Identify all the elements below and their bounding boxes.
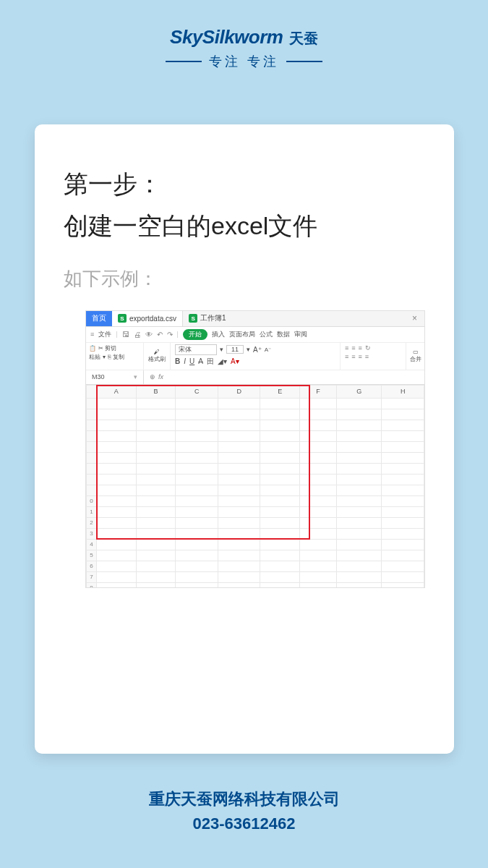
brand-line: SkySilkworm 天蚕 xyxy=(0,26,488,48)
font-size-select[interactable]: 11 xyxy=(226,345,244,354)
font-decrease-icon[interactable]: A⁻ xyxy=(265,346,271,353)
redo-icon[interactable]: ↷ xyxy=(167,331,173,339)
print-icon[interactable]: 🖨 xyxy=(134,331,141,339)
excel-screenshot: 首页 S exportdata.csv S 工作簿1 × ≡ 文件 | 🖫 🖨 … xyxy=(85,310,425,588)
ribbon-insert[interactable]: 插入 xyxy=(212,330,225,339)
fill-color-button[interactable]: ◢▾ xyxy=(218,357,227,365)
ribbon-start[interactable]: 开始 xyxy=(183,329,207,340)
file-tab-2[interactable]: S 工作簿1 xyxy=(183,311,232,326)
company-name: 重庆天蚕网络科技有限公司 xyxy=(0,788,488,810)
alignment-group: ≡ ≡ ≡ ↻ ≡ ≡ ≡ ≡ xyxy=(341,343,406,370)
col-header[interactable]: A xyxy=(97,385,137,398)
strikethrough-button[interactable]: A xyxy=(198,357,203,365)
font-increase-icon[interactable]: A⁺ xyxy=(253,346,262,354)
tagline-dash-right xyxy=(286,61,322,62)
page-footer: 重庆天蚕网络科技有限公司 023-63612462 xyxy=(0,788,488,833)
quick-access-toolbar: ≡ 文件 | 🖫 🖨 👁 ↶ ↷ | 开始 插入 页面布局 公式 数据 审阅 xyxy=(86,327,424,343)
underline-button[interactable]: U xyxy=(189,357,194,365)
italic-button[interactable]: I xyxy=(184,357,186,365)
cut-label[interactable]: ✂ 剪切 xyxy=(98,344,116,352)
ribbon-layout[interactable]: 页面布局 xyxy=(229,330,255,339)
col-header[interactable]: C xyxy=(176,385,218,398)
ribbon-review[interactable]: 审阅 xyxy=(294,330,307,339)
brand-chinese: 天蚕 xyxy=(289,30,318,46)
menu-icon[interactable]: ≡ xyxy=(90,331,94,338)
col-header[interactable]: F xyxy=(300,385,337,398)
col-header[interactable]: D xyxy=(218,385,260,398)
home-tab[interactable]: 首页 xyxy=(86,311,112,326)
align-top-icon[interactable]: ≡ xyxy=(345,344,348,352)
formula-bar: M30 ▾ ⊕ fx xyxy=(86,370,424,385)
example-label: 如下示例： xyxy=(64,266,425,292)
merge-group[interactable]: ▭ 合并 xyxy=(406,343,424,370)
file-menu[interactable]: 文件 xyxy=(98,330,111,339)
step-label: 第一步： xyxy=(64,170,162,197)
indent-icon[interactable]: ≡ xyxy=(365,353,369,360)
file-tab-1[interactable]: S exportdata.csv xyxy=(112,311,183,326)
merge-icon: ▭ xyxy=(413,349,419,355)
tagline-text: 专注 专注 xyxy=(209,53,279,70)
tagline-dash-left xyxy=(166,61,202,62)
spreadsheet-icon: S xyxy=(189,314,197,323)
close-icon[interactable]: × xyxy=(405,313,424,323)
brush-icon: 🖌 xyxy=(154,349,160,355)
format-brush-group[interactable]: 🖌 格式刷 xyxy=(144,343,171,370)
paste-label[interactable]: 粘贴 xyxy=(89,353,100,361)
preview-icon[interactable]: 👁 xyxy=(145,331,153,339)
font-group: 宋体 ▾ 11 ▾ A⁺ A⁻ B I U A 田 ◢▾ A▾ xyxy=(171,343,341,370)
instruction-card: 第一步： 创建一空白的excel文件 如下示例： 首页 S exportdata… xyxy=(35,124,454,754)
company-phone: 023-63612462 xyxy=(0,814,488,833)
spreadsheet-grid[interactable]: A B C D E F G H 0 xyxy=(86,385,424,587)
col-header[interactable]: E xyxy=(260,385,300,398)
corner-cell[interactable] xyxy=(87,385,97,398)
col-header[interactable]: H xyxy=(382,385,424,398)
step-title: 第一步： 创建一空白的excel文件 xyxy=(64,163,425,247)
orientation-icon[interactable]: ↻ xyxy=(365,344,371,352)
border-button[interactable]: 田 xyxy=(207,357,214,367)
save-icon[interactable]: 🖫 xyxy=(122,331,129,339)
grid-table: A B C D E F G H 0 xyxy=(86,385,424,587)
ribbon-data[interactable]: 数据 xyxy=(277,330,290,339)
font-color-button[interactable]: A▾ xyxy=(231,357,239,365)
column-header-row: A B C D E F G H xyxy=(87,385,424,398)
bold-button[interactable]: B xyxy=(175,357,180,365)
font-name-select[interactable]: 宋体 xyxy=(175,344,217,355)
fx-area[interactable]: ⊕ fx xyxy=(144,373,169,380)
col-header[interactable]: G xyxy=(336,385,382,398)
copy-label[interactable]: ⎘ 复制 xyxy=(108,353,124,361)
clipboard-group: 📋✂ 剪切 粘贴▾⎘ 复制 xyxy=(86,343,144,370)
brush-label: 格式刷 xyxy=(148,355,166,363)
ribbon-panel: 📋✂ 剪切 粘贴▾⎘ 复制 🖌 格式刷 宋体 ▾ 11 ▾ A⁺ A⁻ B I xyxy=(86,343,424,370)
align-center-icon[interactable]: ≡ xyxy=(351,353,355,360)
tagline-row: 专注 专注 xyxy=(0,53,488,70)
file-tab-2-label: 工作簿1 xyxy=(200,313,226,323)
spreadsheet-icon: S xyxy=(118,314,127,323)
brand-english: SkySilkworm xyxy=(170,26,283,48)
clipboard-icon[interactable]: 📋 xyxy=(89,345,96,352)
file-tab-1-label: exportdata.csv xyxy=(129,315,176,323)
page-header: SkySilkworm 天蚕 专注 专注 xyxy=(0,0,488,70)
col-header[interactable]: B xyxy=(136,385,176,398)
search-icon: ⊕ xyxy=(150,373,155,380)
ribbon-formula[interactable]: 公式 xyxy=(260,330,273,339)
align-middle-icon[interactable]: ≡ xyxy=(351,344,355,352)
merge-label: 合并 xyxy=(410,355,421,363)
fx-label: fx xyxy=(158,373,163,380)
tabs-row: 首页 S exportdata.csv S 工作簿1 × xyxy=(86,311,424,327)
align-bottom-icon[interactable]: ≡ xyxy=(359,344,362,352)
step-description: 创建一空白的excel文件 xyxy=(64,212,317,239)
name-box[interactable]: M30 ▾ xyxy=(86,370,144,384)
align-left-icon[interactable]: ≡ xyxy=(345,353,348,360)
undo-icon[interactable]: ↶ xyxy=(157,331,163,339)
align-right-icon[interactable]: ≡ xyxy=(359,353,362,360)
